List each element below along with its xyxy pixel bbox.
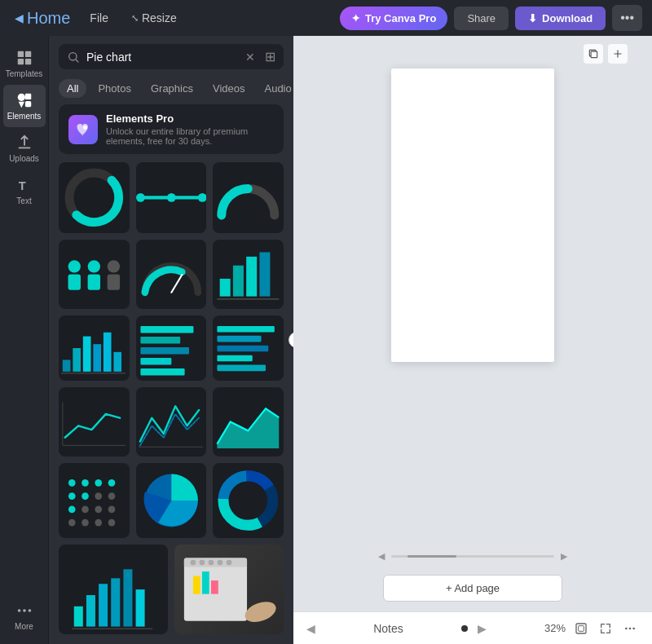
duplicate-page-button[interactable] [584, 44, 603, 64]
svg-point-88 [218, 559, 223, 565]
element-gauge[interactable] [136, 240, 207, 309]
svg-point-67 [82, 518, 89, 526]
page-scroll-left[interactable]: ◀ [306, 622, 315, 635]
promo-title: Elements Pro [106, 112, 274, 125]
svg-point-19 [167, 193, 176, 202]
svg-point-68 [95, 518, 102, 526]
svg-rect-42 [140, 347, 189, 355]
svg-rect-81 [136, 589, 145, 626]
svg-rect-38 [113, 351, 121, 371]
promo-heart-icon [75, 121, 91, 138]
svg-point-10 [17, 609, 20, 612]
svg-rect-24 [88, 274, 100, 289]
templates-icon [15, 49, 33, 67]
scroll-right-button[interactable]: ▶ [561, 551, 567, 562]
svg-point-64 [95, 505, 102, 513]
search-clear-button[interactable]: ✕ [245, 51, 255, 64]
download-button[interactable]: ⬇ Download [515, 7, 606, 30]
page-scroll-right[interactable]: ▶ [478, 622, 487, 635]
svg-rect-78 [99, 584, 108, 626]
grid-row-2 [59, 240, 284, 309]
element-pie-chart[interactable] [136, 463, 207, 538]
search-bar: ✕ ⊞ [49, 36, 293, 76]
promo-subtitle: Unlock our entire library of premium ele… [106, 126, 274, 146]
search-input[interactable] [86, 51, 239, 64]
tab-all[interactable]: All [59, 79, 86, 98]
sidebar-item-templates[interactable]: Templates [3, 42, 46, 85]
tab-photos[interactable]: Photos [90, 79, 139, 98]
more-label: More [15, 622, 33, 631]
svg-point-99 [629, 627, 632, 629]
svg-rect-35 [83, 336, 91, 371]
element-bar-chart-2[interactable] [59, 315, 130, 381]
svg-rect-92 [211, 580, 218, 594]
svg-rect-95 [591, 51, 597, 58]
svg-rect-79 [111, 578, 120, 626]
add-element-button[interactable] [608, 44, 628, 64]
top-navigation: ◀ Home File ⤡ Resize ✦ Try Canva Pro Sha… [0, 0, 652, 36]
back-button[interactable]: ◀ Home [10, 6, 75, 31]
svg-point-60 [95, 492, 102, 500]
search-filter-button[interactable]: ⊞ [265, 49, 275, 64]
svg-rect-91 [202, 571, 209, 594]
file-menu-button[interactable]: File [82, 8, 117, 28]
element-area-chart[interactable] [213, 387, 284, 457]
fullscreen-button[interactable] [597, 620, 615, 637]
svg-point-18 [136, 193, 145, 202]
svg-rect-34 [73, 348, 81, 372]
tab-videos[interactable]: Videos [205, 79, 253, 98]
svg-point-85 [191, 559, 196, 565]
element-donut-dark[interactable] [59, 162, 130, 233]
canvas-scroll-area[interactable] [293, 36, 652, 548]
elements-label: Elements [7, 112, 42, 121]
element-semi-donut[interactable] [213, 162, 284, 233]
scroll-left-button[interactable]: ◀ [378, 551, 385, 562]
promo-banner[interactable]: Elements Pro Unlock our entire library o… [59, 104, 284, 154]
fullscreen-icon [599, 622, 612, 635]
sidebar-item-uploads[interactable]: Uploads [3, 127, 46, 170]
element-bar-chart-horizontal[interactable] [136, 315, 207, 381]
svg-rect-47 [218, 345, 269, 351]
back-icon: ◀ [15, 11, 24, 24]
download-label: Download [542, 12, 593, 24]
filter-tabs: All Photos Graphics Videos Audio [49, 76, 293, 104]
svg-rect-30 [247, 257, 258, 297]
promo-icon [68, 115, 98, 144]
svg-point-66 [68, 518, 76, 526]
element-people[interactable] [59, 240, 130, 309]
svg-point-21 [68, 260, 81, 272]
element-donut-colored[interactable] [213, 463, 284, 538]
share-button[interactable]: Share [454, 7, 509, 30]
more-options-bottom[interactable] [621, 620, 639, 637]
element-photo-notebook[interactable] [174, 545, 284, 634]
tab-audio[interactable]: Audio [256, 79, 293, 98]
sidebar-item-more[interactable]: More [3, 595, 46, 637]
sidebar-item-text[interactable]: T Text [3, 170, 46, 212]
resize-button[interactable]: ⤡ Resize [123, 8, 185, 28]
try-pro-button[interactable]: ✦ Try Canva Pro [340, 7, 447, 30]
grid-row-5 [59, 463, 284, 538]
add-icon [612, 48, 623, 60]
add-page-button[interactable]: + Add page [383, 575, 562, 602]
element-line-dark[interactable] [136, 162, 207, 233]
element-bar-small[interactable] [59, 545, 168, 634]
svg-rect-3 [24, 59, 30, 64]
home-label: Home [27, 9, 70, 28]
elements-icon [15, 91, 33, 109]
fit-screen-button[interactable] [572, 620, 590, 637]
resize-label: Resize [142, 11, 177, 24]
element-bar-chart-1[interactable] [213, 240, 284, 309]
svg-text:T: T [18, 179, 25, 192]
more-options-button[interactable]: ••• [612, 5, 642, 31]
svg-rect-43 [140, 358, 171, 365]
tab-graphics[interactable]: Graphics [143, 79, 201, 98]
page-indicator [461, 625, 468, 632]
element-dot-chart[interactable] [59, 463, 130, 538]
add-page-label: + Add page [446, 582, 500, 594]
element-zigzag-chart[interactable] [136, 387, 207, 457]
svg-rect-49 [218, 364, 267, 371]
element-line-chart[interactable] [59, 387, 130, 457]
svg-point-61 [108, 492, 116, 500]
element-bar-chart-horizontal-2[interactable] [213, 315, 284, 381]
sidebar-item-elements[interactable]: Elements [3, 85, 46, 127]
